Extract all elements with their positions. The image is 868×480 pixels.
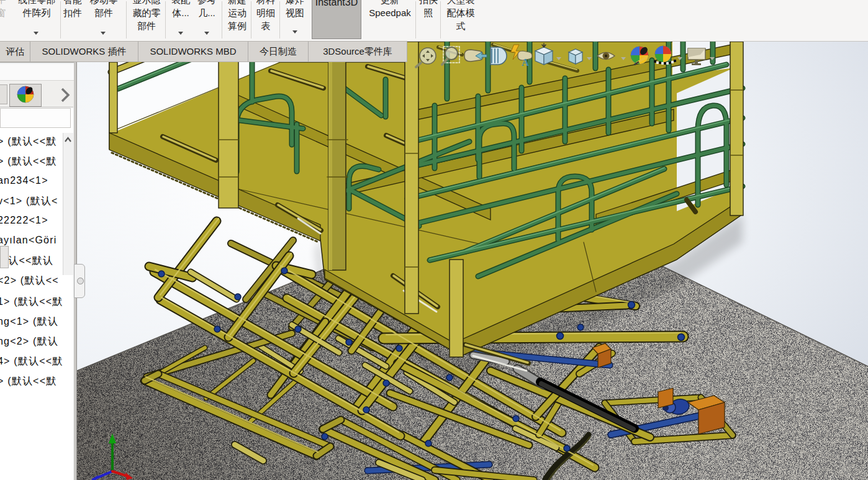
svg-text:A: A — [522, 57, 530, 68]
